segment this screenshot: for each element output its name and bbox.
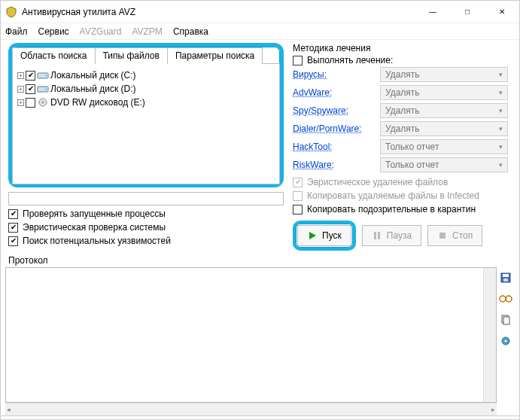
expand-icon[interactable]: + <box>17 86 24 93</box>
tree-row[interactable]: + ✔ Локальный диск (C:) <box>16 68 276 82</box>
menu-avzpm[interactable]: AVZPM <box>132 26 162 37</box>
drive-icon <box>37 84 49 93</box>
svg-rect-7 <box>374 232 376 239</box>
protocol-label: Протокол <box>1 251 519 267</box>
opt-vuln-label: Поиск потенциальных уязвимостей <box>23 236 171 246</box>
gear-log-button[interactable] <box>498 333 513 348</box>
svg-rect-12 <box>503 278 508 282</box>
copy-infected-label: Копировать удаляемые файлы в Infected <box>307 190 479 201</box>
tab-file-types[interactable]: Типы файлов <box>95 47 168 64</box>
do-treat-checkbox[interactable] <box>293 56 303 65</box>
glasses-log-button[interactable] <box>498 291 513 306</box>
opt-running-procs-label: Проверять запущенные процессы <box>23 208 166 219</box>
tab-search-params[interactable]: Параметры поиска <box>167 47 263 64</box>
svg-rect-8 <box>378 232 380 239</box>
drive-label: DVD RW дисковод (E:) <box>50 97 145 108</box>
svg-rect-1 <box>45 75 47 76</box>
svg-point-18 <box>504 339 506 342</box>
menu-file[interactable]: Файл <box>5 26 28 37</box>
sel-hacktool[interactable]: Только отчет▾ <box>380 139 508 154</box>
stop-button: Стоп <box>427 225 482 246</box>
expand-icon[interactable]: + <box>17 72 24 79</box>
chevron-down-icon: ▾ <box>499 71 503 78</box>
sel-dialer[interactable]: Удалять▾ <box>380 121 508 136</box>
statusbar: 0/0/0 <box>1 415 519 420</box>
heur-del-checkbox: ✔ <box>293 178 303 187</box>
chevron-down-icon: ▾ <box>499 89 503 96</box>
scroll-left-icon[interactable]: ◂ <box>7 406 11 413</box>
play-icon <box>307 230 318 241</box>
maximize-button[interactable]: □ <box>450 1 485 23</box>
svg-rect-3 <box>45 89 47 90</box>
svg-rect-11 <box>503 274 509 277</box>
copy-infected-checkbox <box>293 191 303 201</box>
start-button[interactable]: Пуск <box>297 225 351 246</box>
protocol-toolbar <box>497 267 515 403</box>
svg-point-13 <box>500 296 506 302</box>
sel-viruses[interactable]: Удалять▾ <box>380 67 508 82</box>
vertical-scrollbar[interactable] <box>483 268 496 402</box>
chevron-down-icon: ▾ <box>499 161 503 169</box>
sel-spyware[interactable]: Удалять▾ <box>380 103 508 118</box>
chevron-down-icon: ▾ <box>499 143 503 151</box>
app-icon <box>5 6 17 18</box>
svg-marker-6 <box>309 232 316 239</box>
tree-row[interactable]: + ✔ Локальный диск (D:) <box>16 82 276 96</box>
svg-rect-9 <box>439 233 445 239</box>
menu-help[interactable]: Справка <box>173 26 208 37</box>
svg-point-14 <box>506 296 512 302</box>
copy-quarantine-label: Копировать подозрительные в карантин <box>307 204 476 215</box>
chevron-down-icon: ▾ <box>499 125 503 132</box>
sel-riskware[interactable]: Только отчет▾ <box>380 157 508 172</box>
sel-advware[interactable]: Удалять▾ <box>380 85 508 100</box>
drive-label: Локальный диск (D:) <box>50 84 136 94</box>
copy-log-button[interactable] <box>498 312 513 327</box>
titlebar: Антивирусная утилита AVZ — □ ✕ <box>1 1 519 23</box>
window-title: Антивирусная утилита AVZ <box>22 7 415 17</box>
minimize-button[interactable]: — <box>415 1 450 23</box>
cat-advware[interactable]: AdvWare: <box>293 87 376 98</box>
save-log-button[interactable] <box>498 270 513 285</box>
treatment-heading: Методика лечения <box>293 43 508 53</box>
close-button[interactable]: ✕ <box>485 1 519 23</box>
scroll-right-icon[interactable]: ▸ <box>491 406 495 413</box>
start-button-highlight: Пуск <box>293 221 356 251</box>
drive-checkbox[interactable]: ✔ <box>26 84 35 94</box>
horizontal-scrollbar[interactable]: ◂ ▸ <box>5 403 497 415</box>
drive-label: Локальный диск (C:) <box>50 70 136 81</box>
drive-icon <box>37 71 49 80</box>
scan-area-highlight: Область поиска Типы файлов Параметры пои… <box>8 43 284 187</box>
svg-rect-16 <box>503 317 509 324</box>
opt-vuln-checkbox[interactable]: ✔ <box>8 236 18 246</box>
do-treat-label: Выполнять лечение: <box>307 55 393 65</box>
menu-avzguard[interactable]: AVZGuard <box>80 26 122 37</box>
cat-hacktool[interactable]: HackTool: <box>293 142 376 152</box>
cat-dialer[interactable]: Dialer/PornWare: <box>293 123 376 134</box>
dvd-icon <box>37 98 49 107</box>
svg-point-5 <box>42 102 44 104</box>
cat-spyware[interactable]: Spy/Spyware: <box>293 105 376 116</box>
pause-icon <box>372 230 382 241</box>
menubar: Файл Сервис AVZGuard AVZPM Справка <box>1 23 519 40</box>
opt-running-procs-checkbox[interactable]: ✔ <box>8 209 18 219</box>
heur-del-label: Эвристическое удаление файлов <box>307 177 448 187</box>
cat-riskware[interactable]: RiskWare: <box>293 160 376 170</box>
menu-service[interactable]: Сервис <box>38 26 69 37</box>
tab-scan-area[interactable]: Область поиска <box>12 47 96 64</box>
tabstrip: Область поиска Типы файлов Параметры пои… <box>12 47 280 64</box>
drive-checkbox[interactable] <box>26 98 35 108</box>
stop-icon <box>437 230 448 241</box>
drive-tree: + ✔ Локальный диск (C:) + ✔ Локальный ди… <box>12 64 280 184</box>
path-box <box>8 192 284 205</box>
pause-button: Пауза <box>362 225 421 246</box>
protocol-textarea[interactable] <box>5 267 497 403</box>
copy-quarantine-checkbox[interactable] <box>293 205 303 215</box>
opt-heuristic-checkbox[interactable]: ✔ <box>8 223 18 233</box>
opt-heuristic-label: Эвристическая проверка системы <box>23 222 166 233</box>
drive-checkbox[interactable]: ✔ <box>26 71 35 81</box>
cat-viruses[interactable]: Вирусы: <box>293 69 376 80</box>
chevron-down-icon: ▾ <box>499 107 503 114</box>
expand-icon[interactable]: + <box>17 99 24 106</box>
tree-row[interactable]: + DVD RW дисковод (E:) <box>16 96 276 109</box>
